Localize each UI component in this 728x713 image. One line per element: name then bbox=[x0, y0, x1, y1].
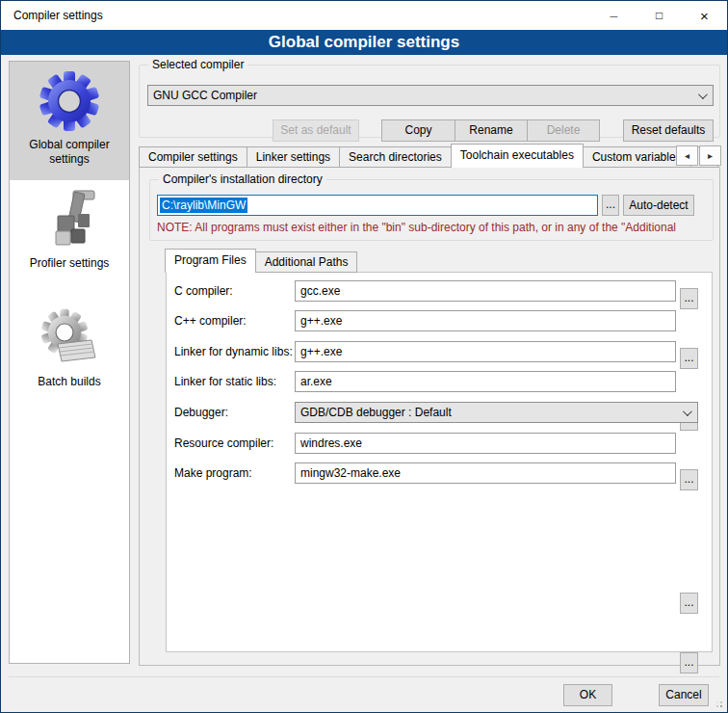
dialog-content: Global compiler settings Profiler settin… bbox=[1, 55, 727, 712]
selected-compiler-group: Selected compiler GNU GCC Compiler Set a… bbox=[139, 65, 720, 138]
tab-search-directories[interactable]: Search directories bbox=[340, 146, 452, 168]
reset-defaults-button[interactable]: Reset defaults bbox=[623, 119, 714, 142]
program-files-page: C compiler: ... C++ compiler: ... Linker… bbox=[166, 272, 713, 652]
make-program-browse-button[interactable]: ... bbox=[680, 652, 698, 673]
window-controls: – □ × bbox=[591, 1, 727, 30]
right-arrow-icon: ▸ bbox=[708, 150, 713, 161]
cpp-compiler-input[interactable] bbox=[295, 310, 676, 331]
linker-dynamic-label: Linker for dynamic libs: bbox=[174, 341, 293, 362]
make-program-label: Make program: bbox=[174, 462, 252, 484]
settings-tab-strip: Compiler settings Linker settings Search… bbox=[139, 145, 721, 168]
form-row-make-program: Make program: ... bbox=[167, 462, 712, 484]
debugger-label: Debugger: bbox=[174, 402, 228, 423]
form-row-linker-static: Linker for static libs: ... bbox=[167, 371, 712, 392]
compiler-select-value: GNU GCC Compiler bbox=[153, 89, 257, 102]
installation-directory-label: Compiler's installation directory bbox=[159, 172, 326, 187]
settings-category-list: Global compiler settings Profiler settin… bbox=[9, 61, 130, 664]
c-compiler-browse-button[interactable]: ... bbox=[680, 288, 698, 309]
chevron-down-icon bbox=[683, 407, 692, 416]
sidebar-item-profiler-settings[interactable]: Profiler settings bbox=[10, 180, 129, 299]
c-compiler-input[interactable] bbox=[295, 280, 676, 302]
selected-compiler-label: Selected compiler bbox=[148, 58, 247, 72]
installation-directory-input[interactable]: C:\raylib\MinGW bbox=[157, 195, 598, 216]
copy-button[interactable]: Copy bbox=[381, 119, 455, 142]
chevron-down-icon bbox=[698, 90, 708, 99]
directory-note-text: NOTE: All programs must exist either in … bbox=[157, 221, 711, 234]
tab-linker-settings[interactable]: Linker settings bbox=[247, 146, 340, 168]
resize-grip-icon[interactable] bbox=[720, 705, 722, 707]
installation-directory-value: C:\raylib\MinGW bbox=[160, 198, 247, 213]
make-program-input[interactable] bbox=[295, 462, 676, 484]
form-row-resource-compiler: Resource compiler: ... bbox=[167, 433, 712, 454]
auto-detect-button[interactable]: Auto-detect bbox=[623, 195, 694, 216]
browse-directory-button[interactable]: ... bbox=[602, 195, 619, 216]
cancel-button[interactable]: Cancel bbox=[659, 684, 709, 706]
form-row-debugger: Debugger: GDB/CDB debugger : Default bbox=[167, 402, 712, 423]
rename-button[interactable]: Rename bbox=[455, 119, 528, 142]
page-title: Global compiler settings bbox=[1, 30, 727, 55]
sidebar-item-batch-builds[interactable]: Batch builds bbox=[10, 299, 129, 417]
linker-static-input[interactable] bbox=[295, 371, 676, 392]
form-row-c-compiler: C compiler: ... bbox=[167, 280, 712, 302]
cpp-compiler-label: C++ compiler: bbox=[174, 310, 247, 331]
toolchain-executables-panel: Compiler's installation directory C:\ray… bbox=[139, 167, 720, 666]
maximize-icon: □ bbox=[656, 9, 663, 22]
debugger-select[interactable]: GDB/CDB debugger : Default bbox=[295, 402, 698, 423]
tab-compiler-settings[interactable]: Compiler settings bbox=[139, 146, 247, 168]
sidebar-item-label: Batch builds bbox=[10, 375, 129, 389]
footer-divider bbox=[9, 676, 719, 677]
main-area: Selected compiler GNU GCC Compiler Set a… bbox=[139, 55, 721, 712]
window-title: Compiler settings bbox=[13, 9, 591, 22]
blue-gear-icon bbox=[39, 70, 100, 132]
form-row-cpp-compiler: C++ compiler: ... bbox=[167, 310, 712, 331]
form-row-linker-dynamic: Linker for dynamic libs: ... bbox=[167, 341, 712, 362]
tab-program-files[interactable]: Program Files bbox=[165, 249, 256, 273]
programs-tab-strip: Program Files Additional Paths bbox=[166, 251, 357, 273]
maximize-button[interactable]: □ bbox=[637, 1, 682, 30]
tab-toolchain-executables[interactable]: Toolchain executables bbox=[451, 144, 584, 168]
installation-directory-group: Compiler's installation directory C:\ray… bbox=[149, 179, 714, 241]
set-as-default-button[interactable]: Set as default bbox=[273, 119, 359, 142]
tab-scroll-left-button[interactable]: ◂ bbox=[676, 145, 698, 166]
caliper-icon bbox=[39, 189, 100, 251]
title-bar: Compiler settings – □ × bbox=[1, 1, 727, 30]
debugger-select-value: GDB/CDB debugger : Default bbox=[300, 406, 452, 419]
delete-button[interactable]: Delete bbox=[527, 119, 600, 142]
sidebar-item-label: Global compiler settings bbox=[10, 138, 129, 167]
tab-scroll-right-button[interactable]: ▸ bbox=[699, 145, 721, 166]
resource-compiler-label: Resource compiler: bbox=[174, 433, 273, 454]
resource-compiler-input[interactable] bbox=[295, 433, 676, 454]
minimize-button[interactable]: – bbox=[591, 1, 637, 30]
linker-dynamic-input[interactable] bbox=[295, 341, 676, 362]
close-icon: × bbox=[700, 8, 709, 24]
minimize-icon: – bbox=[611, 8, 618, 23]
left-arrow-icon: ◂ bbox=[685, 150, 689, 161]
compiler-select[interactable]: GNU GCC Compiler bbox=[147, 85, 714, 106]
tab-scroll-buttons: ◂ ▸ bbox=[675, 145, 721, 166]
ok-button[interactable]: OK bbox=[563, 684, 612, 706]
close-button[interactable]: × bbox=[682, 1, 727, 30]
resource-compiler-browse-button[interactable]: ... bbox=[680, 593, 698, 614]
sidebar-item-global-compiler-settings[interactable]: Global compiler settings bbox=[10, 62, 129, 180]
compiler-settings-dialog: Compiler settings – □ × Global compiler … bbox=[0, 0, 728, 713]
gray-gear-stack-icon bbox=[39, 307, 100, 369]
linker-static-label: Linker for static libs: bbox=[174, 371, 276, 392]
tab-additional-paths[interactable]: Additional Paths bbox=[256, 251, 358, 273]
c-compiler-label: C compiler: bbox=[174, 280, 233, 302]
sidebar-item-label: Profiler settings bbox=[10, 256, 129, 271]
